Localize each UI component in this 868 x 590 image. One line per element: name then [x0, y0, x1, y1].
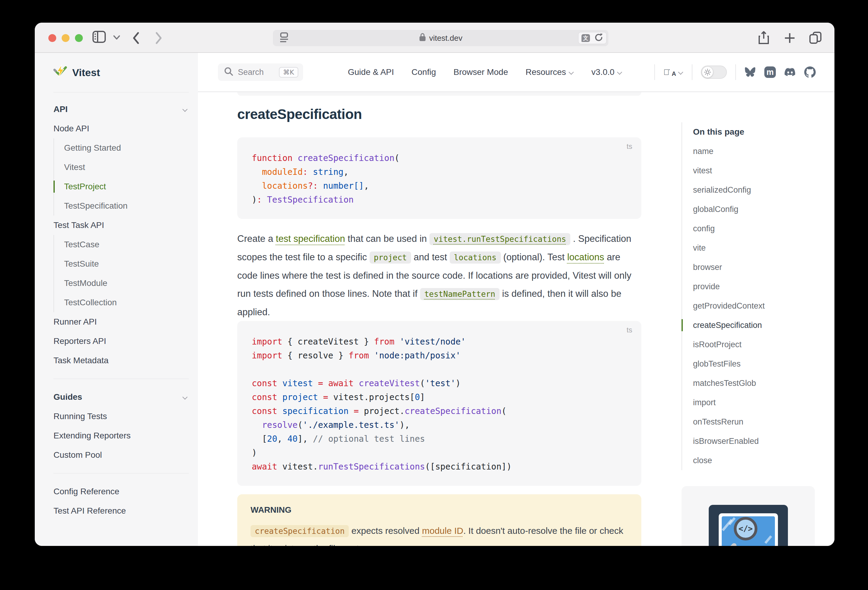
- nav-item-guide-api[interactable]: Guide & API: [348, 67, 394, 77]
- back-icon[interactable]: [131, 31, 140, 46]
- sidebar-item-testsuite[interactable]: TestSuite: [64, 254, 189, 274]
- url-text[interactable]: vitest.dev: [429, 34, 462, 43]
- code-lines[interactable]: import { createVitest } from 'vitest/nod…: [252, 335, 627, 474]
- sidebar-item-config-reference[interactable]: Config Reference: [53, 482, 189, 501]
- sidebar-subgroup: Getting StartedVitestTestProjectTestSpec…: [53, 138, 189, 216]
- code-line: import { createVitest } from 'vitest/nod…: [252, 335, 627, 349]
- nav-item-resources[interactable]: Resources: [526, 67, 574, 77]
- discord-icon[interactable]: [784, 66, 796, 78]
- toc-item-vite[interactable]: vite: [693, 238, 815, 257]
- sidebar-toggle-icon[interactable]: [92, 31, 106, 44]
- on-this-page: On this page namevitestserializedConfigg…: [682, 122, 815, 470]
- sidebar-item-running-tests[interactable]: Running Tests: [53, 407, 189, 426]
- main-content: createSpecification ts function createSp…: [198, 92, 834, 546]
- toc-item-getprovidedcontext[interactable]: getProvidedContext: [693, 296, 815, 316]
- search-label: Search: [238, 68, 264, 77]
- chevron-down-icon: [569, 70, 574, 75]
- minimize-icon[interactable]: [62, 34, 69, 42]
- code-lang-label: ts: [626, 326, 632, 334]
- section-title-label: API: [53, 104, 68, 114]
- divider: [735, 64, 736, 80]
- divider: [692, 64, 692, 80]
- forward-icon[interactable]: [154, 31, 163, 46]
- toc-item-ontestsrerun[interactable]: onTestsRerun: [693, 412, 815, 431]
- nav-item-config[interactable]: Config: [412, 67, 436, 77]
- language-menu[interactable]: 文̇ A: [663, 67, 683, 77]
- browser-toolbar: vitest.dev 文: [35, 23, 834, 53]
- code-line: locations?: number[],: [252, 179, 627, 193]
- toc-item-serializedconfig[interactable]: serializedConfig: [693, 180, 815, 200]
- warning-code[interactable]: createSpecification: [251, 525, 349, 537]
- inline-code[interactable]: project: [370, 252, 411, 263]
- close-icon[interactable]: [48, 34, 56, 42]
- sidebar-item-vitest[interactable]: Vitest: [64, 157, 189, 177]
- page-title: createSpecification: [237, 106, 362, 122]
- sidebar-item-testspecification[interactable]: TestSpecification: [64, 196, 189, 216]
- sidebar-item-test-task-api[interactable]: Test Task API: [53, 216, 189, 235]
- reload-icon[interactable]: [594, 32, 603, 44]
- new-tab-icon[interactable]: [784, 32, 796, 45]
- toc-item-isbrowserenabled[interactable]: isBrowserEnabled: [693, 431, 815, 451]
- logo-text: Vitest: [72, 67, 100, 78]
- code-lines[interactable]: function createSpecification( moduleId: …: [252, 151, 627, 207]
- inline-link[interactable]: test specification: [276, 233, 345, 244]
- toc-item-name[interactable]: name: [693, 141, 815, 161]
- sponsor-card[interactable]: </>: [682, 486, 815, 546]
- zoom-icon[interactable]: [75, 34, 83, 42]
- code-line: resolve('./example.test.ts'),: [252, 418, 627, 432]
- sponsor-image: </>: [709, 505, 788, 546]
- share-icon[interactable]: [758, 31, 770, 46]
- address-bar[interactable]: vitest.dev 文: [273, 30, 608, 46]
- mastodon-icon[interactable]: m: [764, 66, 776, 78]
- sidebar-item-node-api[interactable]: Node API: [53, 119, 189, 138]
- chevron-down-icon: [617, 70, 622, 75]
- toc-item-provide[interactable]: provide: [693, 277, 815, 296]
- sidebar-item-reporters-api[interactable]: Reporters API: [53, 331, 189, 351]
- inline-code[interactable]: vitest.runTestSpecifications: [430, 233, 570, 245]
- code-line: const vitest = await createVitest('test'…: [252, 377, 627, 390]
- traffic-lights: [48, 34, 83, 42]
- toc-item-matchestestglob[interactable]: matchesTestGlob: [693, 374, 815, 393]
- theme-toggle[interactable]: [701, 66, 727, 79]
- translate-icon[interactable]: 文: [582, 34, 590, 42]
- search-button[interactable]: Search ⌘K: [218, 63, 303, 81]
- sidebar-item-testproject[interactable]: TestProject: [64, 177, 189, 196]
- toc-item-browser[interactable]: browser: [693, 257, 815, 277]
- header-actions: 文̇ A m: [654, 64, 816, 80]
- sidebar-item-task-metadata[interactable]: Task Metadata: [53, 351, 189, 370]
- nav-item-v3-0-0[interactable]: v3.0.0: [592, 67, 622, 77]
- sidebar-item-testmodule[interactable]: TestModule: [64, 274, 189, 293]
- bluesky-icon[interactable]: [744, 66, 756, 78]
- warning-link[interactable]: module ID: [422, 526, 463, 536]
- tabs-icon[interactable]: [809, 31, 822, 46]
- toc-item-isrootproject[interactable]: isRootProject: [693, 335, 815, 354]
- toc-item-import[interactable]: import: [693, 393, 815, 412]
- chevron-down-icon[interactable]: [113, 35, 121, 41]
- toc-item-close[interactable]: close: [693, 451, 815, 470]
- inline-link[interactable]: locations: [567, 252, 604, 262]
- toc-item-globtestfiles[interactable]: globTestFiles: [693, 354, 815, 374]
- nav-item-browser-mode[interactable]: Browser Mode: [453, 67, 508, 77]
- toc-item-vitest[interactable]: vitest: [693, 161, 815, 180]
- sidebar-section-guides[interactable]: Guides: [53, 387, 189, 407]
- toc-item-createspecification[interactable]: createSpecification: [693, 316, 815, 335]
- github-icon[interactable]: [804, 66, 816, 78]
- sidebar-item-runner-api[interactable]: Runner API: [53, 312, 189, 331]
- logo[interactable]: Vitest: [35, 53, 198, 92]
- sidebar-item-getting-started[interactable]: Getting Started: [64, 138, 189, 157]
- inline-code[interactable]: locations: [450, 252, 501, 263]
- divider: [53, 473, 189, 474]
- chevron-down-icon: [679, 70, 683, 75]
- description-paragraph: Create a test specification that can be …: [237, 230, 641, 321]
- sidebar-item-testcollection[interactable]: TestCollection: [64, 293, 189, 312]
- toc-item-config[interactable]: config: [693, 219, 815, 238]
- sidebar-item-extending-reporters[interactable]: Extending Reporters: [53, 426, 189, 445]
- code-line: const specification = project.createSpec…: [252, 404, 627, 418]
- inline-code[interactable]: testNamePattern: [420, 288, 500, 300]
- sidebar-item-testcase[interactable]: TestCase: [64, 235, 189, 254]
- sidebar-item-custom-pool[interactable]: Custom Pool: [53, 445, 189, 465]
- sidebar-section-api[interactable]: API: [53, 100, 189, 119]
- toc-item-globalconfig[interactable]: globalConfig: [693, 200, 815, 219]
- sidebar-item-test-api-reference[interactable]: Test API Reference: [53, 501, 189, 521]
- magnifier-code-icon: </>: [734, 517, 757, 540]
